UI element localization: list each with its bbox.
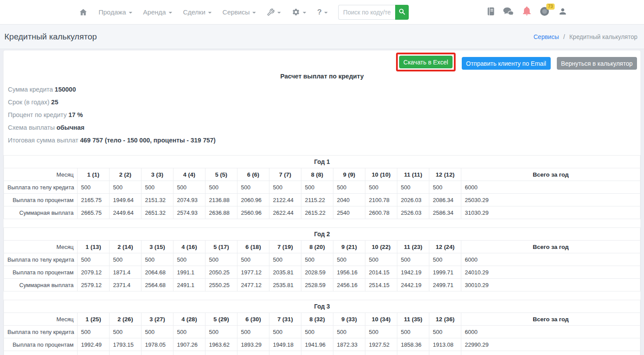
value-cell: 1949.18 [269,338,301,351]
value-cell: 2035.81 [269,266,301,279]
month-header-cell: 12 (24) [429,241,461,253]
journal-button[interactable] [487,7,495,18]
annotation-highlight: Скачать в Excel [396,53,456,71]
table-row: Суммарная выплата2665.752449.642651.3225… [4,206,640,219]
row-label: Выплата по процентам [4,338,78,351]
menu-rent-label: Аренда [143,8,166,16]
month-header-cell: 1 (13) [78,241,110,253]
value-cell: 2574.93 [173,206,205,219]
value-cell: 2372.33 [333,351,365,355]
month-label-cell: Месяц [4,241,78,253]
menu-help[interactable]: ? [317,8,328,17]
month-header-cell: 5 (17) [205,241,237,253]
chevron-down-icon [169,12,172,14]
gear-icon [292,8,300,16]
row-label: Суммарная выплата [4,351,78,355]
month-header-cell: 8 (32) [301,313,333,326]
download-excel-button[interactable]: Скачать в Excel [399,56,453,68]
navbar-right-icons: 73 [487,6,567,18]
page-header: Кредитный калькулятор Сервисы / Кредитны… [0,25,644,49]
menu-rent[interactable]: Аренда [143,8,172,16]
month-header-cell: 11 (35) [397,313,429,326]
year-total-cell: 6000 [461,181,640,194]
month-header-cell: 1 (25) [78,313,110,326]
month-header-cell: 4 (28) [173,313,205,326]
breadcrumb: Сервисы / Кредитный калькулятор [534,33,637,40]
month-header-cell: 5 (29) [205,313,237,326]
year-total-cell: 25030.29 [461,194,640,206]
value-cell: 2115.22 [301,194,333,206]
coins-button[interactable]: 73 [540,6,550,18]
table-row: Выплата по телу кредита50050050050050050… [4,253,640,266]
value-cell: 500 [269,253,301,266]
month-header-cell: 7 (31) [269,313,301,326]
value-cell: 2492.49 [78,351,110,355]
param-total: Итоговая сумма выплат469 757 (тело - 150… [8,136,636,144]
profile-button[interactable] [559,7,567,18]
menu-sales[interactable]: Продажа [99,8,132,16]
value-cell: 500 [397,253,429,266]
value-cell: 500 [110,181,142,194]
month-header-cell: 9 (33) [333,313,365,326]
month-label-cell: Месяц [4,168,78,181]
menu-tools[interactable] [267,8,281,16]
search-button[interactable] [395,5,409,20]
month-header-cell: 4 (4) [173,168,205,181]
search-icon [398,8,406,17]
month-header-cell: 3 (15) [142,241,173,253]
user-icon [559,7,567,18]
param-label: Итоговая сумма выплат [8,137,78,144]
table-row: Выплата по процентам2165.751949.642151.3… [4,194,640,206]
chevron-down-icon [129,12,132,14]
month-header-cell: 2 (26) [110,313,142,326]
value-cell: 1893.29 [237,338,269,351]
value-cell: 2427.52 [365,351,397,355]
value-cell: 1907.26 [173,338,205,351]
value-cell: 500 [237,253,269,266]
notifications-button[interactable] [522,6,531,18]
month-header-cell: 4 (16) [173,241,205,253]
top-navbar: Продажа Аренда Сделки Сервисы [0,0,644,25]
month-header-cell: 3 (27) [142,313,173,326]
value-cell: 500 [301,181,333,194]
value-cell: 2393.29 [237,351,269,355]
messages-button[interactable] [503,7,514,18]
value-cell: 2165.75 [78,194,110,206]
value-cell: 2579.12 [78,279,110,291]
help-icon: ? [317,8,322,17]
month-header-cell: 9 (9) [333,168,365,181]
value-cell: 500 [365,253,397,266]
table-header-row: Месяц1 (1)2 (2)3 (3)4 (4)5 (5)6 (6)7 (7)… [4,168,640,181]
value-cell: 500 [429,181,461,194]
menu-deals[interactable]: Сделки [183,8,212,16]
row-label: Суммарная выплата [4,279,78,291]
param-term: Срок (в годах)25 [8,98,636,106]
back-to-calculator-button[interactable]: Вернуться в калькулятор [557,57,637,70]
value-cell: 500 [78,253,110,266]
breadcrumb-link-services[interactable]: Сервисы [534,33,559,40]
row-label: Выплата по процентам [4,194,78,206]
value-cell: 2064.68 [142,266,173,279]
value-cell: 2371.4 [110,279,142,291]
search-input[interactable] [338,5,395,20]
menu-settings[interactable] [292,8,306,16]
value-cell: 500 [397,181,429,194]
home-button[interactable] [79,8,88,17]
value-cell: 1941.96 [301,338,333,351]
value-cell: 1858.36 [397,338,429,351]
value-cell: 2040 [333,194,365,206]
value-cell: 2358.36 [397,351,429,355]
table-header-row: Месяц1 (25)2 (26)3 (27)4 (28)5 (29)6 (30… [4,313,640,326]
value-cell: 500 [429,253,461,266]
chevron-down-icon [277,12,281,14]
month-header-cell: 8 (20) [301,241,333,253]
value-cell: 2463.62 [205,351,237,355]
menu-services[interactable]: Сервисы [223,8,256,16]
home-icon [79,8,88,17]
table-row: Выплата по телу кредита50050050050050050… [4,181,640,194]
value-cell: 2441.96 [301,351,333,355]
send-email-button[interactable]: Отправить клиенту по Email [462,57,551,70]
row-label: Выплата по процентам [4,266,78,279]
value-cell: 2514.15 [365,279,397,291]
year-total-cell: 22990.29 [461,338,640,351]
